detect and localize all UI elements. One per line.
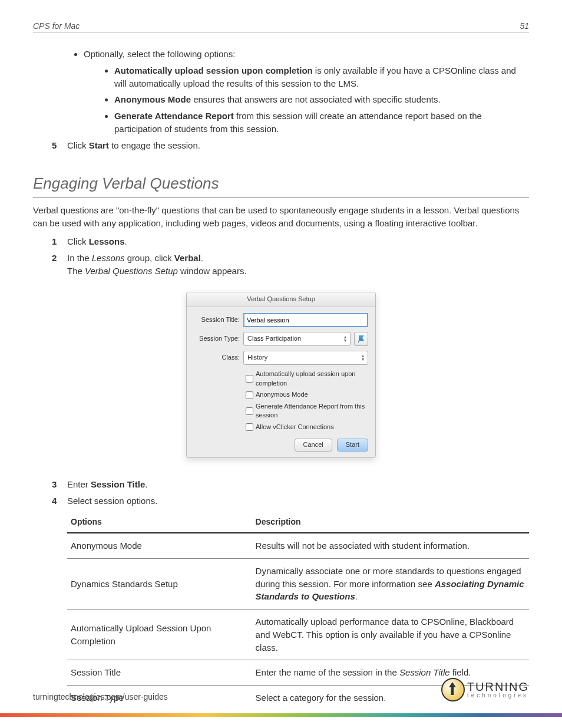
select-arrows-icon: ▴▾ <box>344 335 346 342</box>
dialog-titlebar: Verbal Questions Setup <box>187 292 375 307</box>
step-3-number: 3 <box>52 478 67 491</box>
step-2-number: 2 <box>52 252 67 278</box>
step-4: 4 Select session options. <box>52 495 529 508</box>
section-heading: Engaging Verbal Questions <box>33 173 529 198</box>
step-1-number: 1 <box>52 235 67 248</box>
header-left: CPS for Mac <box>33 21 80 31</box>
flag-icon <box>358 335 364 342</box>
session-title-input[interactable] <box>243 313 368 327</box>
opt2-text: ensures that answers are not associated … <box>191 94 441 104</box>
table-row: Anonymous Mode Results will not be assoc… <box>67 533 529 558</box>
th-options: Options <box>67 511 252 533</box>
sub-bullet-3: Generate Attendance Report from this ses… <box>114 110 529 136</box>
session-type-label: Session Type: <box>194 334 243 344</box>
check-auto-upload[interactable]: Automatically upload session upon comple… <box>243 370 368 388</box>
step5-a: Click <box>67 140 89 150</box>
sub-bullet-1: Automatically upload session upon comple… <box>114 64 529 90</box>
step-3: 3 Enter Session Title. <box>52 478 529 491</box>
cancel-button[interactable]: Cancel <box>295 439 332 452</box>
logo-mark-icon <box>441 678 465 701</box>
select-arrows-icon: ▴▾ <box>362 354 364 361</box>
check-attendance[interactable]: Generate Attendance Report from this ses… <box>243 402 368 421</box>
header-page-number: 51 <box>520 21 529 31</box>
footer-url: turningtechnologies.com/user-guides <box>33 692 168 701</box>
opt3-bold: Generate Attendance Report <box>114 111 234 121</box>
step5-c: to engage the session. <box>109 140 200 150</box>
opt2-bold: Anonymous Mode <box>114 94 191 104</box>
step-1: 1 Click Lessons. <box>52 235 529 248</box>
page-footer: turningtechnologies.com/user-guides TURN… <box>33 678 529 701</box>
step-2: 2 In the Lessons group, click Verbal. Th… <box>52 252 529 278</box>
th-description: Description <box>252 511 529 533</box>
opt1-bold: Automatically upload session upon comple… <box>114 65 313 75</box>
turning-logo: TURNING technologies <box>441 678 529 701</box>
outer-bullet: Optionally, select the following options… <box>84 48 529 136</box>
check-vclicker[interactable]: Allow vClicker Connections <box>243 421 368 433</box>
check-anonymous[interactable]: Anonymous Mode <box>243 390 368 401</box>
opt-lead: Optionally, select the following options… <box>84 49 235 59</box>
logo-text-2: technologies <box>467 693 529 699</box>
sub-bullet-2: Anonymous Mode ensures that answers are … <box>114 93 529 106</box>
table-row: Dynamics Standards Setup Dynamically ass… <box>67 558 529 609</box>
session-title-label: Session Title: <box>194 315 243 325</box>
table-row: Automatically Upload Session Upon Comple… <box>67 610 529 660</box>
start-button[interactable]: Start <box>337 439 368 452</box>
session-type-select[interactable]: Class Participation ▴▾ <box>243 332 351 346</box>
step-4-number: 4 <box>52 495 67 508</box>
page-header: CPS for Mac 51 <box>33 21 529 32</box>
step5-b: Start <box>89 140 109 150</box>
step-5-number: 5 <box>52 139 67 152</box>
logo-text-1: TURNING <box>467 681 529 693</box>
class-label: Class: <box>194 353 243 363</box>
session-type-icon-button[interactable] <box>354 332 368 346</box>
verbal-intro: Verbal questions are "on-the-fly" questi… <box>33 204 529 230</box>
step-5: 5 Click Start to engage the session. <box>52 139 529 152</box>
rainbow-bar <box>0 713 562 717</box>
verbal-questions-dialog: Verbal Questions Setup Session Title: Se… <box>186 292 376 459</box>
class-select[interactable]: History ▴▾ <box>243 351 368 365</box>
